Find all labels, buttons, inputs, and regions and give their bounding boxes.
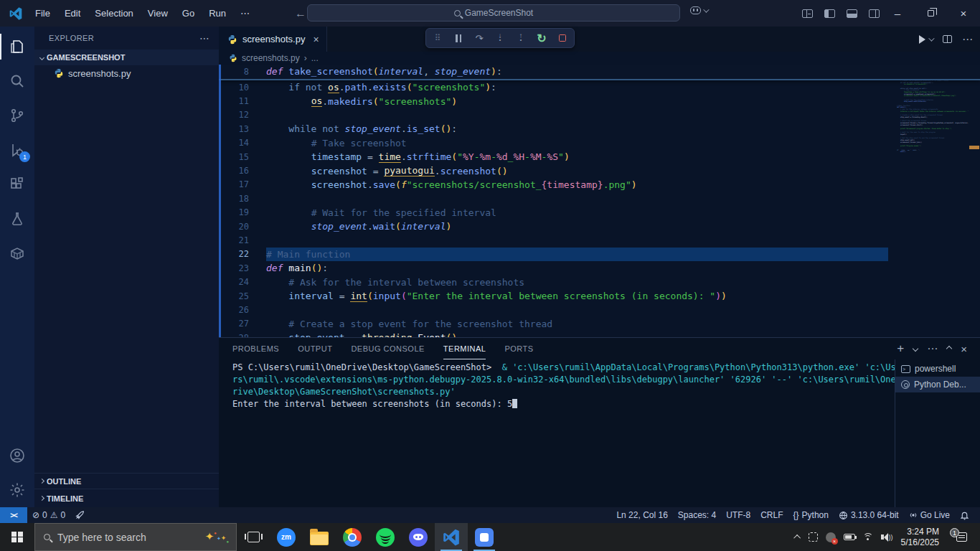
pause-button[interactable] xyxy=(453,32,464,44)
battery-icon[interactable] xyxy=(844,534,855,540)
code-line-10[interactable]: 10 if not os.path.exists("screenshots"): xyxy=(219,80,980,94)
taskbar-blue-app[interactable] xyxy=(468,523,501,551)
menu-view[interactable]: View xyxy=(141,5,174,22)
new-terminal-button[interactable]: + xyxy=(897,342,904,356)
taskbar-search[interactable]: Type here to search ✦●✦✦● xyxy=(34,523,237,551)
activity-extensions[interactable] xyxy=(0,167,34,202)
taskbar-file-explorer[interactable] xyxy=(303,523,336,551)
toggle-sidebar-icon[interactable] xyxy=(824,9,835,18)
language-mode[interactable]: {} Python xyxy=(788,507,834,523)
activity-accounts[interactable] xyxy=(0,438,34,473)
code-line-28[interactable]: 28 stop_event = threading.Event() xyxy=(219,331,980,337)
code-line-21[interactable]: 21 xyxy=(219,233,980,247)
encoding[interactable]: UTF-8 xyxy=(721,507,755,523)
menu-selection[interactable]: Selection xyxy=(88,5,139,22)
editor-sash[interactable] xyxy=(219,65,221,337)
step-over-button[interactable]: ↷ xyxy=(473,32,485,44)
terminal-output[interactable]: PS C:\Users\rumil\OneDrive\Desktop\GameS… xyxy=(219,359,895,507)
panel-tab-terminal[interactable]: TERMINAL xyxy=(443,338,486,359)
code-line-27[interactable]: 27 # Create a stop event for the screens… xyxy=(219,317,980,331)
panel-tab-debug-console[interactable]: DEBUG CONSOLE xyxy=(351,338,424,359)
search-highlights-icon[interactable]: ✦●✦✦● xyxy=(205,530,229,544)
taskbar-clock[interactable]: 3:24 PM 5/16/2025 xyxy=(901,527,939,548)
menu-go[interactable]: Go xyxy=(176,5,201,22)
copilot-menu[interactable] xyxy=(690,6,707,14)
code-line-25[interactable]: 25 interval = int(input("Enter the inter… xyxy=(219,289,980,303)
panel-more-actions-icon[interactable]: ⋯ xyxy=(927,342,938,355)
tab-screenshots-py[interactable]: screenshots.py × xyxy=(219,27,327,52)
remote-indicator[interactable]: >< xyxy=(0,507,27,523)
customize-layout-icon[interactable] xyxy=(802,9,813,18)
sync-error-tray-icon[interactable] xyxy=(826,532,836,542)
snip-tray-icon[interactable] xyxy=(809,532,818,542)
command-center-search[interactable]: GameScreenShot xyxy=(307,4,680,22)
code-line-17[interactable]: 17 screenshot.save(f"screenshots/screens… xyxy=(219,178,980,192)
eol-sequence[interactable]: CRLF xyxy=(755,507,788,523)
menu-[interactable]: ⋯ xyxy=(234,5,256,22)
terminal-profile-chevron-icon[interactable] xyxy=(913,346,918,352)
panel-tab-ports[interactable]: PORTS xyxy=(504,338,533,359)
python-env-globe[interactable]: 3.13.0 64-bit xyxy=(834,507,904,523)
taskbar-vscode[interactable] xyxy=(435,523,468,551)
breadcrumb-symbol[interactable]: ... xyxy=(311,53,319,63)
step-out-button[interactable]: ↑• xyxy=(515,32,527,44)
breadcrumb[interactable]: screenshots.py › ... xyxy=(219,52,980,65)
stop-button[interactable] xyxy=(557,32,568,44)
back-arrow-icon[interactable]: ← xyxy=(295,7,306,20)
code-line-15[interactable]: 15 timestamp = time.strftime("%Y-%m-%d_%… xyxy=(219,150,980,164)
code-line-22[interactable]: 22# Main function xyxy=(219,248,980,261)
restart-button[interactable]: ↻ xyxy=(536,32,547,44)
start-button[interactable] xyxy=(0,523,34,551)
volume-icon[interactable]: )) xyxy=(881,533,893,542)
code-line-26[interactable]: 26 xyxy=(219,303,980,316)
menu-edit[interactable]: Edit xyxy=(58,5,87,22)
close-button[interactable]: × xyxy=(947,0,980,27)
terminal-item-python-debug[interactable]: Python Deb... xyxy=(895,377,980,392)
sidebar-more-actions[interactable]: ⋯ xyxy=(199,32,210,44)
code-line-20[interactable]: 20 stop_event.wait(interval) xyxy=(219,220,980,233)
taskbar-chrome[interactable] xyxy=(336,523,369,551)
code-editor[interactable]: 8def take_screenshot(interval, stop_even… xyxy=(219,65,980,337)
maximize-panel-icon[interactable] xyxy=(946,346,952,352)
close-panel-icon[interactable]: × xyxy=(961,343,967,355)
code-line-19[interactable]: 19 # Wait for the specified interval xyxy=(219,206,980,220)
activity-source-control[interactable] xyxy=(0,98,34,133)
split-editor-icon[interactable] xyxy=(943,35,952,43)
code-line-12[interactable]: 12 xyxy=(219,108,980,122)
go-live-button[interactable]: Go Live xyxy=(904,507,955,523)
outline-section[interactable]: OUTLINE xyxy=(34,473,219,489)
activity-testing[interactable] xyxy=(0,202,34,236)
indentation[interactable]: Spaces: 4 xyxy=(673,507,721,523)
debug-status-icon-item[interactable] xyxy=(70,507,90,523)
taskbar-discord[interactable] xyxy=(402,523,435,551)
activity-run-debug[interactable]: 1 xyxy=(0,133,34,167)
wifi-icon[interactable] xyxy=(863,533,873,541)
code-line-24[interactable]: 24 # Ask for the interval between screen… xyxy=(219,275,980,288)
problems-status[interactable]: ⊘ 0 ⚠ 0 xyxy=(27,507,70,523)
toggle-panel-icon[interactable] xyxy=(847,9,857,18)
timeline-section[interactable]: TIMELINE xyxy=(34,489,219,507)
code-line-18[interactable]: 18 xyxy=(219,192,980,205)
code-line-11[interactable]: 11 os.makedirs("screenshots") xyxy=(219,94,980,108)
minimize-button[interactable]: – xyxy=(881,0,914,27)
tray-expand-icon[interactable] xyxy=(793,534,801,542)
activity-search[interactable] xyxy=(0,64,34,98)
breadcrumb-file[interactable]: screenshots.py xyxy=(242,53,300,63)
taskbar-zoom[interactable]: zm xyxy=(270,523,303,551)
code-line-13[interactable]: 13 while not stop_event.is_set(): xyxy=(219,122,980,136)
sticky-scroll-line[interactable]: 8def take_screenshot(interval, stop_even… xyxy=(219,65,980,80)
activity-containers[interactable] xyxy=(0,236,34,270)
menu-file[interactable]: File xyxy=(29,5,57,22)
menu-run[interactable]: Run xyxy=(202,5,232,22)
restore-button[interactable] xyxy=(914,0,947,27)
action-center-button[interactable]: 1 xyxy=(947,532,976,542)
editor-more-actions-icon[interactable]: ⋯ xyxy=(962,33,973,46)
run-python-file-button[interactable] xyxy=(919,35,933,44)
panel-tab-problems[interactable]: PROBLEMS xyxy=(232,338,279,359)
task-view-button[interactable] xyxy=(237,523,270,551)
file-item-screenshots[interactable]: screenshots.py xyxy=(34,65,219,81)
overview-ruler[interactable] xyxy=(969,65,980,337)
code-line-14[interactable]: 14 # Take screenshot xyxy=(219,136,980,150)
step-into-button[interactable]: ↓• xyxy=(494,32,506,44)
activity-settings[interactable] xyxy=(0,473,34,507)
